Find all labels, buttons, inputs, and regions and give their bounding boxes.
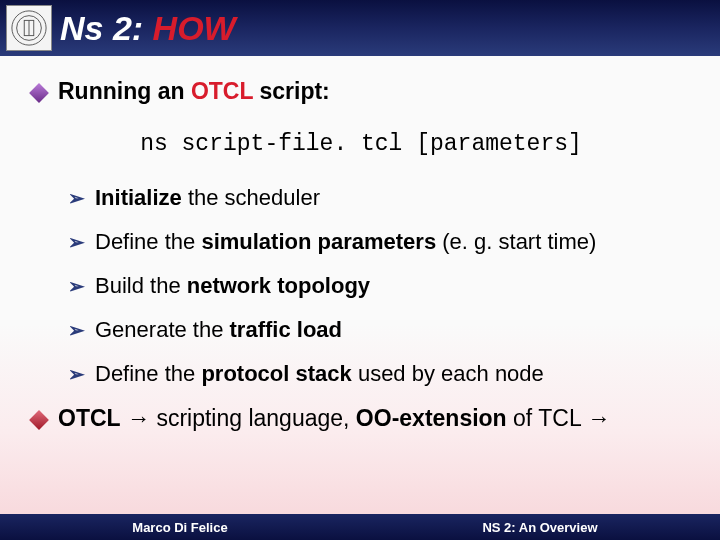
- step-item: ➢ Initialize the scheduler: [68, 185, 690, 211]
- bullet1-rest: script:: [253, 78, 330, 104]
- bullet-otcl-language: OTCL → scripting language, OO-extension …: [32, 405, 690, 432]
- arrow-bullet-icon: ➢: [68, 186, 85, 210]
- slide: Ns 2: HOW Running an OTCL script: ns scr…: [0, 0, 720, 540]
- step-item: ➢ Define the simulation parameters (e. g…: [68, 229, 690, 255]
- slide-content: Running an OTCL script: ns script-file. …: [32, 78, 690, 432]
- title-part2: HOW: [153, 9, 236, 47]
- slide-title: Ns 2: HOW: [60, 9, 236, 48]
- bullet2-mid: → scripting language,: [121, 405, 356, 431]
- footer-title: NS 2: An Overview: [360, 520, 720, 535]
- arrow-bullet-icon: ➢: [68, 362, 85, 386]
- step-item: ➢ Build the network topology: [68, 273, 690, 299]
- arrow-bullet-icon: ➢: [68, 230, 85, 254]
- title-part1: Ns 2:: [60, 9, 153, 47]
- bullet2-post: of TCL →: [507, 405, 611, 431]
- bullet1-otcl: OTCL: [191, 78, 253, 104]
- step-item: ➢ Generate the traffic load: [68, 317, 690, 343]
- bullet1-lead: Running an: [58, 78, 191, 104]
- university-seal-icon: [6, 5, 52, 51]
- bullet2-b2: OO-extension: [356, 405, 507, 431]
- footer-author: Marco Di Felice: [0, 520, 360, 535]
- diamond-bullet-icon: [29, 83, 49, 103]
- command-line: ns script-file. tcl [parameters]: [32, 131, 690, 157]
- diamond-bullet-icon: [29, 410, 49, 430]
- arrow-bullet-icon: ➢: [68, 318, 85, 342]
- footer-bar: Marco Di Felice NS 2: An Overview: [0, 514, 720, 540]
- bullet2-b1: OTCL: [58, 405, 121, 431]
- bullet-running-script: Running an OTCL script:: [32, 78, 690, 105]
- arrow-bullet-icon: ➢: [68, 274, 85, 298]
- title-bar: Ns 2: HOW: [0, 0, 720, 56]
- steps-list: ➢ Initialize the scheduler ➢ Define the …: [68, 185, 690, 387]
- step-item: ➢ Define the protocol stack used by each…: [68, 361, 690, 387]
